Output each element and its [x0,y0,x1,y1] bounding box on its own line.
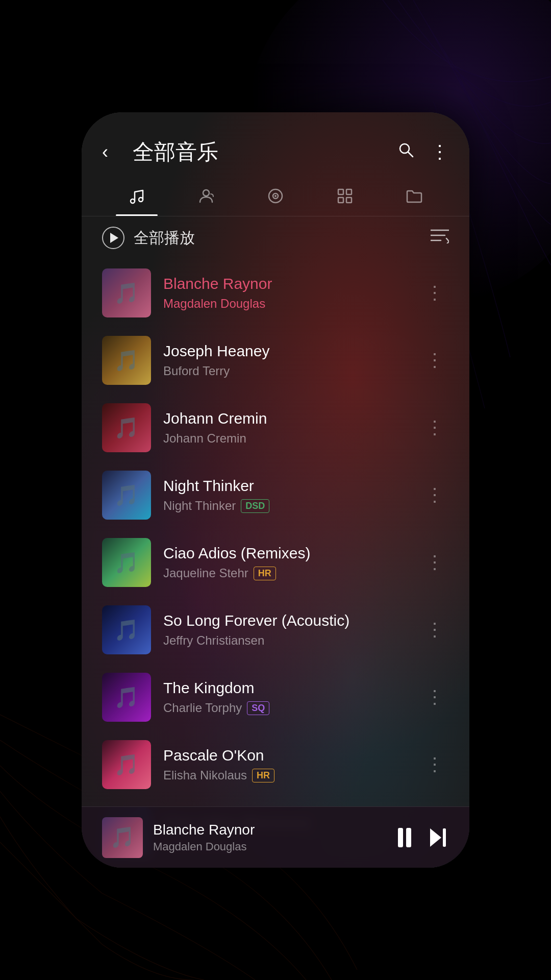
quality-badge: HR [252,769,274,782]
song-artist: Jaqueline Stehr [163,566,248,580]
list-item[interactable]: 🎵 So Long Forever (Acoustic) Jeffry Chri… [82,596,469,664]
song-subtitle: Jaqueline Stehr HR [163,566,408,580]
tab-folders[interactable] [380,182,449,216]
song-artist: Charlie Torphy [163,701,242,715]
list-item[interactable]: 🎵 Night Thinker Night Thinker DSD ⋮ [82,461,469,529]
song-more-button[interactable]: ⋮ [420,479,449,511]
song-info: Ciao Adios (Remixes) Jaqueline Stehr HR [163,545,408,580]
next-button[interactable] [427,826,449,849]
svg-rect-11 [346,198,352,203]
header-actions: ⋮ [397,141,449,164]
tab-artists[interactable] [171,182,241,216]
song-title: Ciao Adios (Remixes) [163,545,408,562]
song-more-button[interactable]: ⋮ [420,681,449,713]
thumb-art: 🎵 [102,403,151,452]
skip-end-bar [443,828,446,847]
now-playing-thumbnail: 🎵 [102,817,143,858]
tab-songs[interactable] [102,182,171,216]
svg-rect-9 [346,189,352,194]
more-options-icon[interactable]: ⋮ [431,141,449,163]
song-info: Johann Cremin Johann Cremin [163,410,408,446]
song-more-button[interactable]: ⋮ [420,749,449,780]
tab-bar [82,177,469,216]
thumb-art: 🎵 [102,740,151,789]
song-subtitle: Elisha Nikolaus HR [163,768,408,782]
song-subtitle: Buford Terry [163,364,408,378]
song-info: Blanche Raynor Magdalen Douglas [163,275,408,311]
song-more-button[interactable]: ⋮ [420,547,449,578]
artists-icon [197,187,215,208]
song-title: Blanche Raynor [163,275,408,292]
back-button[interactable]: ‹ [102,141,122,163]
song-thumbnail: 🎵 [102,403,151,452]
play-all-bar: 全部播放 [82,216,469,259]
song-more-button[interactable]: ⋮ [420,277,449,309]
song-thumbnail: 🎵 [102,268,151,317]
song-info: So Long Forever (Acoustic) Jeffry Christ… [163,612,408,648]
song-subtitle: Charlie Torphy SQ [163,701,408,715]
song-info: Night Thinker Night Thinker DSD [163,477,408,513]
now-playing-info: Blanche Raynor Magdalen Douglas [153,822,388,853]
svg-rect-8 [338,189,343,194]
list-item[interactable]: 🎵 Johann Cremin Johann Cremin ⋮ [82,394,469,461]
thumb-art: 🎵 [102,471,151,520]
song-thumbnail: 🎵 [102,538,151,587]
now-playing-bar[interactable]: 🎵 Blanche Raynor Magdalen Douglas [82,806,469,868]
song-thumbnail: 🎵 [102,471,151,520]
song-thumbnail: 🎵 [102,605,151,654]
grid-icon [336,187,354,208]
page-title: 全部音乐 [133,138,387,166]
song-artist: Johann Cremin [163,431,246,446]
header: ‹ 全部音乐 ⋮ [82,112,469,177]
thumb-art: 🎵 [102,817,143,858]
song-info: Joseph Heaney Buford Terry [163,342,408,378]
thumb-art: 🎵 [102,268,151,317]
song-more-button[interactable]: ⋮ [420,345,449,376]
song-more-button[interactable]: ⋮ [420,412,449,444]
thumb-art: 🎵 [102,336,151,385]
song-info: Pascale O'Kon Elisha Nikolaus HR [163,747,408,782]
song-artist: Magdalen Douglas [163,297,265,311]
song-thumbnail: 🎵 [102,673,151,722]
svg-point-3 [139,198,143,202]
svg-rect-10 [338,198,343,203]
svg-point-4 [203,190,209,196]
song-artist: Buford Terry [163,364,230,378]
skip-triangle [430,828,441,847]
list-item[interactable]: 🎵 Blanche Raynor Magdalen Douglas ⋮ [82,259,469,327]
svg-point-7 [274,195,277,197]
song-subtitle: Magdalen Douglas [163,297,408,311]
quality-badge: HR [254,567,276,580]
song-title: So Long Forever (Acoustic) [163,612,408,629]
svg-point-2 [131,199,135,203]
song-thumbnail: 🎵 [102,336,151,385]
playback-controls [398,826,449,849]
thumb-art: 🎵 [102,605,151,654]
list-item[interactable]: 🎵 Pascale O'Kon Elisha Nikolaus HR ⋮ [82,731,469,798]
thumb-art: 🎵 [102,538,151,587]
song-artist: Elisha Nikolaus [163,768,247,782]
play-all-label: 全部播放 [134,228,195,249]
pause-bar-2 [406,828,411,847]
song-list: 🎵 Blanche Raynor Magdalen Douglas ⋮ 🎵 Jo… [82,259,469,868]
song-more-button[interactable]: ⋮ [420,614,449,646]
search-icon[interactable] [397,141,415,164]
tab-albums[interactable] [241,182,310,216]
tab-playlists[interactable] [310,182,380,216]
song-subtitle: Johann Cremin [163,431,408,446]
song-artist: Night Thinker [163,499,236,513]
list-item[interactable]: 🎵 The Kingdom Charlie Torphy SQ ⋮ [82,664,469,731]
disc-icon [266,187,285,208]
list-item[interactable]: 🎵 Joseph Heaney Buford Terry ⋮ [82,327,469,394]
song-title: Johann Cremin [163,410,408,427]
song-info: The Kingdom Charlie Torphy SQ [163,679,408,715]
list-item[interactable]: 🎵 Ciao Adios (Remixes) Jaqueline Stehr H… [82,529,469,596]
play-all-button[interactable] [102,227,124,249]
song-subtitle: Jeffry Christiansen [163,633,408,648]
song-title: Night Thinker [163,477,408,495]
pause-button[interactable] [398,828,411,847]
song-artist: Jeffry Christiansen [163,633,264,648]
song-thumbnail: 🎵 [102,740,151,789]
play-all-left: 全部播放 [102,227,195,249]
sort-button[interactable] [431,228,449,248]
